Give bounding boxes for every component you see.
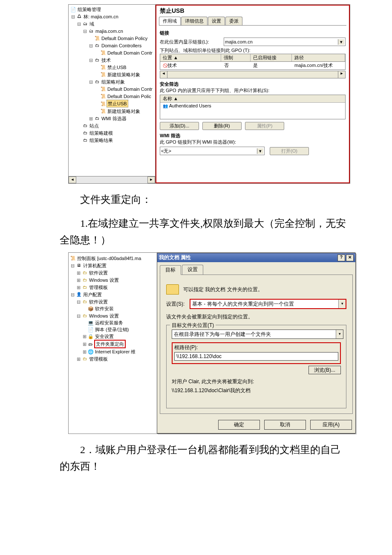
user-icon xyxy=(75,291,82,298)
tab-settings[interactable]: 设置 xyxy=(208,17,225,25)
tree2-soft2[interactable]: 软件设置 xyxy=(88,298,109,305)
tree-gpo-new[interactable]: 新建组策略对象 xyxy=(107,71,141,78)
target-location-combo[interactable]: 在根目录路径下为每一用户创建一个文件夹 ▾ xyxy=(172,330,343,339)
chevron-down-icon[interactable]: ▾ xyxy=(257,148,263,154)
col-enforced[interactable]: 强制 xyxy=(221,54,251,61)
chevron-down-icon[interactable]: ▾ xyxy=(338,39,344,45)
tree-ddc2[interactable]: Default Domain Contr xyxy=(107,86,153,92)
tree-ban-usb[interactable]: 禁止USB xyxy=(107,64,127,71)
tab-scope[interactable]: 作用域 xyxy=(159,17,181,25)
browse-button[interactable]: 浏览(B)... xyxy=(308,366,341,374)
scroll-track[interactable] xyxy=(167,71,338,78)
scroll-left-icon[interactable]: ◄ xyxy=(69,176,76,183)
tree-results[interactable]: 组策略结果 xyxy=(89,137,114,144)
gpedit-tree[interactable]: 控制面板 [ustc-d00ada84f1.ma ⊟计算机配置 ⊞软件设置 ⊞W… xyxy=(69,253,157,434)
rootpath-input[interactable] xyxy=(174,352,338,361)
tree2-root[interactable]: 控制面板 [ustc-d00ada84f1.ma xyxy=(76,255,142,262)
links-location-combo[interactable]: majia.com.cn ▾ xyxy=(224,38,346,46)
cancel-button[interactable]: 取消 xyxy=(264,420,306,430)
folder-icon xyxy=(81,312,88,319)
tree2-sec[interactable]: 安全设置 xyxy=(94,333,115,340)
secfilter-col-name[interactable]: 名称 ▲ xyxy=(160,95,181,102)
dialog-titlebar[interactable]: 我的文档 属性 ? ✕ xyxy=(157,253,355,262)
scroll-left-icon[interactable]: ◄ xyxy=(160,71,167,78)
gpmc-tree[interactable]: 组策略管理 ⊟林: majia.com.cn ⊟域 ⊟majia.com.cn … xyxy=(69,5,156,183)
links-h-scrollbar[interactable]: ◄ ► xyxy=(160,71,346,78)
links-columns: 位置 ▲ 强制 已启用链接 路径 xyxy=(160,54,346,62)
tree2-scripts[interactable]: 脚本 (登录/注销) xyxy=(94,326,130,333)
col-enabled[interactable]: 已启用链接 xyxy=(251,54,292,61)
help-icon[interactable]: ? xyxy=(337,254,345,261)
add-button[interactable]: 添加(D)... xyxy=(160,122,199,130)
domains-icon xyxy=(82,20,89,27)
policy-icon xyxy=(100,85,107,92)
tab-target[interactable]: 目标 xyxy=(160,265,181,275)
properties-button[interactable]: 属性(P) xyxy=(245,122,284,130)
setting-label: 设置(S): xyxy=(166,301,190,308)
ou-icon xyxy=(94,42,101,49)
tree-gpo-new2[interactable]: 新建组策略对象 xyxy=(107,108,141,115)
ou-icon xyxy=(94,56,101,64)
tree-sites[interactable]: 站点 xyxy=(89,122,100,129)
tree-ou-tech[interactable]: 技术 xyxy=(101,57,112,64)
tab-delegation[interactable]: 委派 xyxy=(225,17,242,25)
secfilter-entry[interactable]: Authenticated Users xyxy=(160,103,345,109)
computer-icon xyxy=(75,262,82,269)
chevron-down-icon[interactable]: ▾ xyxy=(338,300,346,308)
tree2-winset2[interactable]: Windows 设置 xyxy=(88,312,120,319)
tree2-folder-redir[interactable]: 文件夹重定向 xyxy=(94,340,126,348)
tree-ddp[interactable]: Default Domain Policy xyxy=(101,35,148,42)
tree2-comp[interactable]: 计算机配置 xyxy=(82,262,107,269)
close-icon[interactable]: ✕ xyxy=(346,254,354,261)
tree2-soft[interactable]: 软件设置 xyxy=(88,269,109,276)
tree-ddp2[interactable]: Default Domain Polic xyxy=(107,93,152,100)
tree-gpo-objects[interactable]: 组策略对象 xyxy=(101,78,126,85)
policy-icon xyxy=(100,92,107,100)
tree2-winset[interactable]: Windows 设置 xyxy=(88,277,120,283)
tree-ban-usb-selected[interactable]: 禁止USB xyxy=(107,100,128,107)
tree2-ie[interactable]: Internet Explorer 维 xyxy=(94,348,136,355)
tree2-admtpl[interactable]: 管理模板 xyxy=(88,284,109,291)
tree-h-scrollbar[interactable]: ◄ ► xyxy=(69,176,155,183)
tree-forest[interactable]: 林: majia.com.cn xyxy=(83,13,119,20)
tree2-admtpl2[interactable]: 管理模板 xyxy=(88,356,109,362)
links-row[interactable]: 技术 否 是 majia.com.cn/技术 xyxy=(160,62,346,70)
tree-dc[interactable]: Domain Controllers xyxy=(101,42,142,49)
scroll-track[interactable] xyxy=(76,176,147,183)
apply-button[interactable]: 应用(A) xyxy=(310,420,352,430)
tree-modeling[interactable]: 组策略建模 xyxy=(89,130,114,136)
policy-icon xyxy=(100,100,107,107)
tab-details[interactable]: 详细信息 xyxy=(181,17,208,25)
tree-wmi[interactable]: WMI 筛选器 xyxy=(101,115,127,122)
redirect-path-value: \\192.168.1.120\doc\Clair\我的文档 xyxy=(172,387,341,394)
ok-button[interactable]: 确定 xyxy=(218,420,260,430)
folder-icon xyxy=(166,284,179,295)
open-button[interactable]: 打开(O) xyxy=(270,147,309,155)
secfilter-list[interactable]: 名称 ▲ Authenticated Users xyxy=(160,95,346,119)
wmi-combo[interactable]: <无> ▾ xyxy=(160,147,265,155)
row-path: majia.com.cn/技术 xyxy=(292,62,345,69)
target-location-value: 在根目录路径下为每一用户创建一个文件夹 xyxy=(174,331,271,338)
folder-open-icon xyxy=(87,341,94,348)
col-location[interactable]: 位置 ▲ xyxy=(160,54,221,61)
row-enforced: 否 xyxy=(222,62,251,69)
tree-domain[interactable]: majia.com.cn xyxy=(95,28,124,35)
col-path[interactable]: 路径 xyxy=(292,54,345,61)
tree-root[interactable]: 组策略管理 xyxy=(77,6,102,13)
setting-combo[interactable]: 基本 - 将每个人的文件夹重定向到同一个位置 ▾ xyxy=(190,299,346,309)
tab-settings[interactable]: 设置 xyxy=(182,265,203,275)
scroll-right-icon[interactable]: ► xyxy=(147,176,155,183)
dialog-desc: 可以指定 我的文档 文件夹的位置。 xyxy=(183,286,263,293)
chevron-down-icon[interactable]: ▾ xyxy=(336,330,343,338)
tree2-user[interactable]: 用户配置 xyxy=(82,291,103,298)
tree2-ris[interactable]: 远程安装服务 xyxy=(94,319,124,326)
tree-domains[interactable]: 域 xyxy=(89,20,95,27)
tree-ddc[interactable]: Default Domain Contr xyxy=(107,49,153,56)
wmi-icon xyxy=(94,115,101,122)
gpo-title: 禁止USB xyxy=(156,6,349,15)
detail-tabs: 作用域 详细信息 设置 委派 xyxy=(159,17,346,26)
scroll-right-icon[interactable]: ► xyxy=(338,71,345,78)
tree2-softinst[interactable]: 软件安装 xyxy=(94,305,115,312)
remove-button[interactable]: 删除(R) xyxy=(202,122,242,130)
folder-icon xyxy=(81,283,88,291)
